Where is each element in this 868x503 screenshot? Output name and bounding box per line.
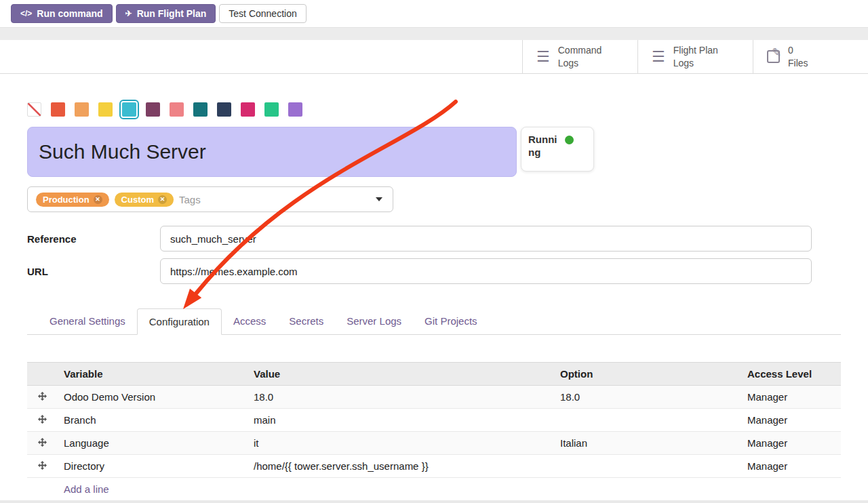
color-swatch[interactable]	[75, 102, 89, 117]
cell-variable[interactable]: Directory	[57, 455, 247, 478]
url-row: URL https://memes.example.com	[27, 258, 841, 284]
run-command-button[interactable]: </> Run command	[11, 4, 113, 23]
url-input[interactable]: https://memes.example.com	[160, 258, 812, 284]
tag-custom[interactable]: Custom ✕	[115, 193, 174, 207]
table-row[interactable]: Directory /home/{{ tower.server.ssh_user…	[27, 455, 841, 478]
cell-access[interactable]: Manager	[741, 432, 841, 455]
color-swatch[interactable]	[193, 102, 208, 117]
plane-icon: ✈	[125, 9, 132, 18]
command-logs-button[interactable]: ☰ Command Logs	[522, 40, 637, 73]
tab-configuration[interactable]: Configuration	[137, 308, 222, 335]
no-color-swatch[interactable]	[27, 102, 41, 117]
reference-input[interactable]: such_much_server	[160, 226, 812, 252]
variables-table-wrap: Variable Value Option Access Level Odoo …	[27, 362, 841, 501]
edit-pencil-icon	[767, 50, 780, 63]
top-toolbar: </> Run command ✈ Run Flight Plan Test C…	[0, 0, 868, 27]
color-swatch[interactable]	[146, 102, 160, 117]
fields-section: Reference such_much_server URL https://m…	[27, 226, 841, 284]
flight-plan-logs-label: Flight Plan Logs	[673, 44, 726, 68]
run-flight-plan-label: Run Flight Plan	[137, 8, 207, 19]
status-label: Running	[528, 134, 560, 165]
cell-variable[interactable]: Branch	[57, 409, 247, 432]
column-header-value[interactable]: Value	[247, 363, 553, 386]
chevron-down-icon[interactable]	[376, 197, 382, 201]
drag-handle-icon[interactable]	[27, 432, 57, 455]
cell-option[interactable]: Italian	[553, 432, 741, 455]
cell-option[interactable]: 18.0	[553, 386, 741, 409]
cell-value[interactable]: 18.0	[247, 386, 553, 409]
bottom-edge	[0, 500, 868, 503]
files-button[interactable]: 0 Files	[753, 40, 868, 73]
tag-production[interactable]: Production ✕	[36, 193, 109, 207]
tag-label: Custom	[121, 195, 154, 205]
status-card: Running	[521, 127, 594, 172]
cell-access[interactable]: Manager	[741, 409, 841, 432]
files-count: 0	[788, 44, 841, 56]
title-row: Such Much Server Running	[27, 127, 841, 177]
color-swatch[interactable]	[51, 102, 65, 117]
tab-general-settings[interactable]: General Settings	[38, 308, 137, 335]
cell-value[interactable]: main	[247, 409, 553, 432]
color-swatch-selected[interactable]	[122, 102, 136, 117]
drag-handle-icon[interactable]	[27, 409, 57, 432]
variables-table: Variable Value Option Access Level Odoo …	[27, 362, 841, 501]
color-swatch[interactable]	[288, 102, 302, 117]
tags-placeholder: Tags	[179, 194, 201, 205]
cell-variable[interactable]: Odoo Demo Version	[57, 386, 247, 409]
tab-secrets[interactable]: Secrets	[277, 308, 335, 335]
drag-handle-icon[interactable]	[27, 455, 57, 478]
run-flight-plan-button[interactable]: ✈ Run Flight Plan	[116, 4, 216, 23]
remove-tag-icon[interactable]: ✕	[94, 195, 102, 204]
cell-access[interactable]: Manager	[741, 386, 841, 409]
table-row[interactable]: Odoo Demo Version 18.0 18.0 Manager	[27, 386, 841, 409]
table-row[interactable]: Language it Italian Manager	[27, 432, 841, 455]
table-header-row: Variable Value Option Access Level	[27, 363, 841, 386]
tags-field[interactable]: Production ✕ Custom ✕ Tags	[27, 186, 393, 212]
table-row[interactable]: Branch main Manager	[27, 409, 841, 432]
cell-variable[interactable]: Language	[57, 432, 247, 455]
add-a-line-link[interactable]: Add a line	[64, 483, 109, 495]
reference-label: Reference	[27, 233, 160, 245]
color-swatch[interactable]	[264, 102, 279, 117]
color-swatch[interactable]	[241, 102, 255, 117]
tab-server-logs[interactable]: Server Logs	[335, 308, 413, 335]
tag-label: Production	[43, 195, 90, 205]
command-logs-label: Command Logs	[558, 44, 611, 68]
server-name-input[interactable]: Such Much Server	[27, 127, 517, 177]
list-icon: ☰	[536, 49, 550, 64]
test-connection-label: Test Connection	[229, 8, 296, 19]
cell-value[interactable]: it	[247, 432, 553, 455]
handle-column-header	[27, 363, 57, 386]
stat-header: ☰ Command Logs ☰ Flight Plan Logs 0 File…	[0, 40, 868, 74]
run-command-label: Run command	[37, 8, 102, 19]
cell-access[interactable]: Manager	[741, 455, 841, 478]
tab-git-projects[interactable]: Git Projects	[413, 308, 489, 335]
files-text: Files	[788, 57, 841, 69]
column-header-variable[interactable]: Variable	[57, 363, 247, 386]
drag-handle-icon[interactable]	[27, 386, 57, 409]
cell-value[interactable]: /home/{{ tower.server.ssh_username }}	[247, 455, 553, 478]
code-icon: </>	[20, 9, 32, 18]
main-content: Such Much Server Running Production ✕ Cu…	[0, 102, 868, 501]
color-swatch[interactable]	[98, 102, 113, 117]
list-icon: ☰	[652, 49, 665, 64]
url-label: URL	[27, 266, 160, 277]
color-swatch[interactable]	[217, 102, 231, 117]
color-swatch[interactable]	[170, 102, 184, 117]
reference-row: Reference such_much_server	[27, 226, 841, 252]
color-palette	[27, 102, 841, 117]
flight-plan-logs-button[interactable]: ☰ Flight Plan Logs	[637, 40, 753, 73]
files-label: 0 Files	[788, 44, 841, 68]
tab-access[interactable]: Access	[222, 308, 277, 335]
test-connection-button[interactable]: Test Connection	[219, 4, 306, 23]
tab-bar: General Settings Configuration Access Se…	[27, 308, 841, 335]
column-header-option[interactable]: Option	[553, 363, 741, 386]
add-line-row: Add a line	[27, 478, 841, 501]
cell-option[interactable]	[553, 409, 741, 432]
cell-option[interactable]	[553, 455, 741, 478]
column-header-access-level[interactable]: Access Level	[741, 363, 841, 386]
separator-strip	[0, 27, 868, 40]
status-dot-green	[565, 136, 574, 144]
remove-tag-icon[interactable]: ✕	[158, 195, 167, 204]
